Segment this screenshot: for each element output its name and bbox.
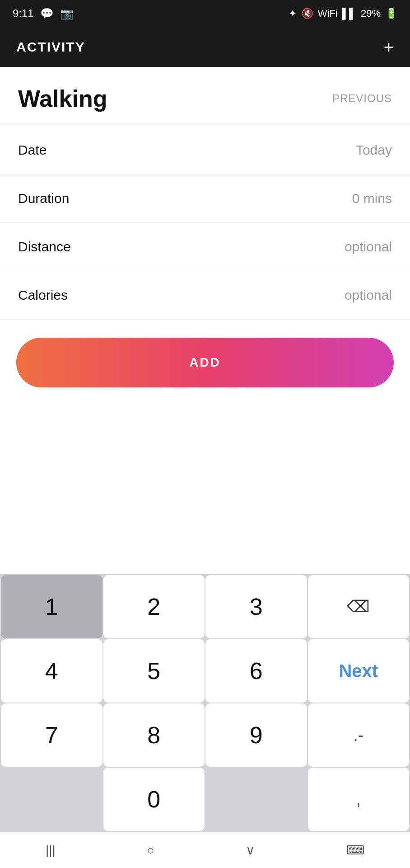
date-value: Today bbox=[356, 142, 392, 158]
activity-title: Walking bbox=[18, 85, 107, 112]
previous-button[interactable]: PREVIOUS bbox=[332, 92, 392, 105]
bluetooth-icon: ✦ bbox=[289, 8, 297, 19]
duration-value: 0 mins bbox=[352, 191, 392, 206]
mute-icon: 🔇 bbox=[301, 8, 313, 19]
calories-row[interactable]: Calories optional bbox=[0, 271, 410, 320]
add-button-container: ADD bbox=[0, 320, 410, 406]
bottom-nav-bar: ||| ○ ∨ ⌨ bbox=[0, 832, 410, 868]
video-icon: 📷 bbox=[60, 7, 74, 20]
key-7[interactable]: 7 bbox=[1, 703, 102, 767]
key-3[interactable]: 3 bbox=[205, 575, 307, 638]
distance-label: Distance bbox=[18, 239, 71, 255]
walking-header: Walking PREVIOUS bbox=[0, 67, 410, 126]
keyboard-toggle-button[interactable]: ⌨ bbox=[333, 838, 378, 862]
battery-icon: 🔋 bbox=[385, 8, 397, 19]
wifi-icon: WiFi bbox=[318, 8, 338, 19]
key-8[interactable]: 8 bbox=[103, 703, 205, 767]
calories-label: Calories bbox=[18, 288, 68, 303]
distance-value: optional bbox=[345, 239, 392, 255]
backspace-key[interactable]: ⌫ bbox=[308, 575, 410, 638]
status-right: ✦ 🔇 WiFi ▌▌ 29% 🔋 bbox=[289, 8, 397, 19]
date-row[interactable]: Date Today bbox=[0, 126, 410, 175]
content-area: Walking PREVIOUS Date Today Duration 0 m… bbox=[0, 67, 410, 406]
distance-row[interactable]: Distance optional bbox=[0, 223, 410, 271]
key-5[interactable]: 5 bbox=[103, 639, 205, 703]
key-2[interactable]: 2 bbox=[103, 575, 205, 638]
key-empty-right bbox=[205, 768, 307, 831]
key-1[interactable]: 1 bbox=[1, 575, 102, 638]
dot-dash-key[interactable]: .- bbox=[308, 703, 410, 767]
keyboard-grid: 1 2 3 ⌫ 4 5 6 Next 7 8 9 .- 0 , bbox=[0, 574, 410, 832]
messenger-icon: 💬 bbox=[40, 7, 54, 20]
duration-row[interactable]: Duration 0 mins bbox=[0, 175, 410, 223]
key-4[interactable]: 4 bbox=[1, 639, 102, 703]
date-label: Date bbox=[18, 142, 47, 158]
recents-button[interactable]: ∨ bbox=[232, 838, 269, 862]
key-9[interactable]: 9 bbox=[205, 703, 307, 767]
key-0[interactable]: 0 bbox=[103, 768, 205, 831]
status-bar: 9:11 💬 📷 ✦ 🔇 WiFi ▌▌ 29% 🔋 bbox=[0, 0, 410, 27]
home-button[interactable]: ○ bbox=[133, 839, 168, 862]
status-time: 9:11 bbox=[13, 7, 34, 20]
key-empty-left bbox=[1, 768, 102, 831]
signal-icon: ▌▌ bbox=[342, 8, 356, 19]
nav-bar: ACTIVITY + bbox=[0, 27, 410, 67]
nav-title: ACTIVITY bbox=[16, 39, 85, 55]
back-gesture-button[interactable]: ||| bbox=[32, 839, 69, 862]
calories-value: optional bbox=[345, 288, 392, 303]
next-key[interactable]: Next bbox=[308, 639, 410, 703]
add-activity-button[interactable]: + bbox=[384, 38, 394, 56]
add-button[interactable]: ADD bbox=[16, 338, 394, 387]
battery-percent: 29% bbox=[361, 8, 381, 19]
status-left: 9:11 💬 📷 bbox=[13, 7, 74, 20]
key-6[interactable]: 6 bbox=[205, 639, 307, 703]
duration-label: Duration bbox=[18, 191, 69, 206]
comma-key[interactable]: , bbox=[308, 768, 410, 831]
keyboard: 1 2 3 ⌫ 4 5 6 Next 7 8 9 .- 0 , ||| ○ ∨ … bbox=[0, 574, 410, 868]
